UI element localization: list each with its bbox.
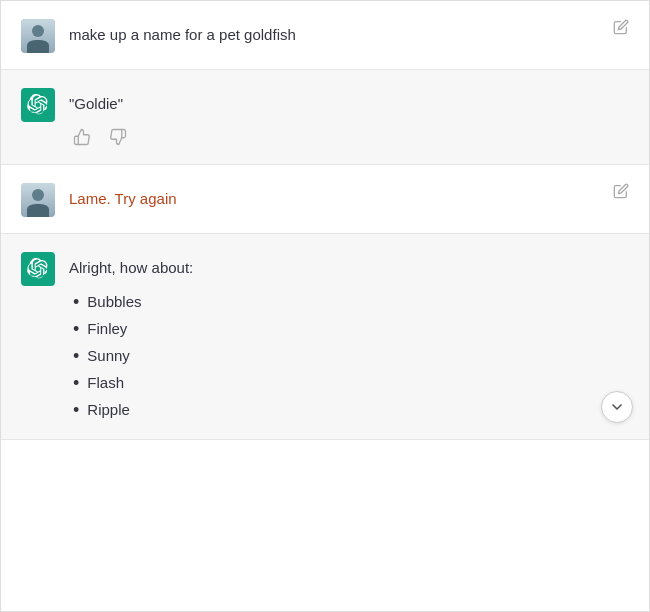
- thumbs-up-button-1[interactable]: [69, 126, 95, 148]
- feedback-row-1: [69, 126, 629, 148]
- user-message-content-1: make up a name for a pet goldfish: [69, 19, 629, 47]
- ai-message-1: "Goldie": [1, 70, 649, 165]
- list-item: Sunny: [73, 342, 629, 369]
- ai-message-text-1: "Goldie": [69, 92, 629, 116]
- list-item: Bubbles: [73, 288, 629, 315]
- ai-message-content-2: Alright, how about: Bubbles Finley Sunny…: [69, 252, 629, 423]
- user-avatar-1: [21, 19, 55, 53]
- user-message-2: Lame. Try again: [1, 165, 649, 234]
- thumbs-down-button-1[interactable]: [105, 126, 131, 148]
- list-item: Flash: [73, 369, 629, 396]
- user-message-text-2: Lame. Try again: [69, 187, 629, 211]
- ai-message-2: Alright, how about: Bubbles Finley Sunny…: [1, 234, 649, 440]
- edit-message-button-2[interactable]: [609, 179, 633, 206]
- user-message-content-2: Lame. Try again: [69, 183, 629, 211]
- chat-container: make up a name for a pet goldfish "Goldi…: [0, 0, 650, 612]
- ai-message-content-1: "Goldie": [69, 88, 629, 148]
- user-avatar-2: [21, 183, 55, 217]
- user-message-1: make up a name for a pet goldfish: [1, 1, 649, 70]
- ai-avatar-1: [21, 88, 55, 122]
- scroll-down-button[interactable]: [601, 391, 633, 423]
- ai-name-list: Bubbles Finley Sunny Flash Ripple: [69, 288, 629, 423]
- list-item: Ripple: [73, 396, 629, 423]
- user-message-text-1: make up a name for a pet goldfish: [69, 23, 629, 47]
- list-item: Finley: [73, 315, 629, 342]
- edit-message-button-1[interactable]: [609, 15, 633, 42]
- ai-message-intro: Alright, how about:: [69, 256, 629, 280]
- ai-avatar-2: [21, 252, 55, 286]
